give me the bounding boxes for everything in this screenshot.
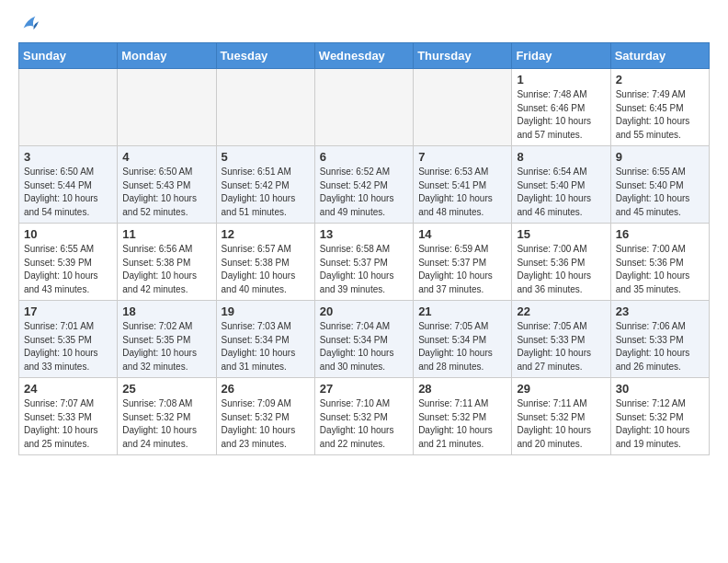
day-number: 13 (320, 227, 408, 241)
day-number: 19 (222, 304, 310, 318)
day-number: 26 (222, 382, 310, 396)
calendar-cell: 29Sunrise: 7:11 AM Sunset: 5:32 PM Dayli… (512, 378, 610, 455)
day-info: Sunrise: 7:11 AM Sunset: 5:32 PM Dayligh… (418, 397, 506, 451)
day-info: Sunrise: 6:58 AM Sunset: 5:37 PM Dayligh… (320, 243, 408, 296)
calendar-cell: 11Sunrise: 6:56 AM Sunset: 5:38 PM Dayli… (118, 224, 216, 301)
calendar-cell: 25Sunrise: 7:08 AM Sunset: 5:32 PM Dayli… (118, 378, 216, 455)
day-info: Sunrise: 6:56 AM Sunset: 5:38 PM Dayligh… (122, 243, 210, 296)
day-info: Sunrise: 7:10 AM Sunset: 5:32 PM Dayligh… (320, 397, 408, 451)
day-info: Sunrise: 7:00 AM Sunset: 5:36 PM Dayligh… (616, 243, 704, 296)
calendar-cell: 13Sunrise: 6:58 AM Sunset: 5:37 PM Dayli… (314, 224, 413, 301)
calendar-cell: 3Sunrise: 6:50 AM Sunset: 5:44 PM Daylig… (19, 146, 118, 224)
day-number: 12 (222, 227, 310, 241)
calendar-cell: 21Sunrise: 7:05 AM Sunset: 5:34 PM Dayli… (414, 301, 512, 378)
day-number: 2 (616, 73, 704, 86)
calendar-cell: 18Sunrise: 7:02 AM Sunset: 5:35 PM Dayli… (118, 301, 216, 378)
calendar-cell (414, 69, 512, 146)
weekday-header-thursday: Thursday (414, 43, 512, 69)
day-info: Sunrise: 7:11 AM Sunset: 5:32 PM Dayligh… (517, 397, 605, 451)
day-number: 4 (122, 150, 210, 164)
day-info: Sunrise: 7:02 AM Sunset: 5:35 PM Dayligh… (122, 320, 210, 373)
day-info: Sunrise: 7:05 AM Sunset: 5:34 PM Dayligh… (418, 320, 506, 373)
day-info: Sunrise: 7:12 AM Sunset: 5:32 PM Dayligh… (616, 397, 704, 451)
day-info: Sunrise: 6:51 AM Sunset: 5:42 PM Dayligh… (222, 166, 310, 219)
day-number: 16 (616, 227, 704, 241)
day-number: 20 (320, 304, 408, 318)
day-number: 7 (418, 150, 506, 164)
calendar-cell: 22Sunrise: 7:05 AM Sunset: 5:33 PM Dayli… (512, 301, 610, 378)
page: SundayMondayTuesdayWednesdayThursdayFrid… (0, 0, 728, 465)
logo-bird-icon (20, 13, 39, 33)
day-number: 18 (122, 304, 210, 318)
calendar-cell (118, 69, 216, 146)
day-info: Sunrise: 7:01 AM Sunset: 5:35 PM Dayligh… (24, 320, 112, 373)
weekday-header-monday: Monday (118, 43, 216, 69)
calendar-week-5: 24Sunrise: 7:07 AM Sunset: 5:33 PM Dayli… (19, 378, 710, 455)
day-number: 6 (320, 150, 408, 164)
day-info: Sunrise: 6:57 AM Sunset: 5:38 PM Dayligh… (222, 243, 310, 296)
day-number: 17 (24, 304, 112, 318)
day-info: Sunrise: 6:52 AM Sunset: 5:42 PM Dayligh… (320, 166, 408, 219)
day-info: Sunrise: 6:55 AM Sunset: 5:40 PM Dayligh… (616, 166, 704, 219)
day-info: Sunrise: 6:50 AM Sunset: 5:43 PM Dayligh… (122, 166, 210, 219)
calendar-cell: 26Sunrise: 7:09 AM Sunset: 5:32 PM Dayli… (216, 378, 314, 455)
day-number: 27 (320, 382, 408, 396)
calendar-cell (216, 69, 314, 146)
day-info: Sunrise: 6:59 AM Sunset: 5:37 PM Dayligh… (418, 243, 506, 296)
calendar-cell: 12Sunrise: 6:57 AM Sunset: 5:38 PM Dayli… (216, 224, 314, 301)
day-info: Sunrise: 7:08 AM Sunset: 5:32 PM Dayligh… (122, 397, 210, 451)
calendar-cell (19, 69, 118, 146)
calendar-cell: 6Sunrise: 6:52 AM Sunset: 5:42 PM Daylig… (314, 146, 413, 224)
day-info: Sunrise: 6:53 AM Sunset: 5:41 PM Dayligh… (418, 166, 506, 219)
day-number: 3 (24, 150, 112, 164)
calendar-cell: 17Sunrise: 7:01 AM Sunset: 5:35 PM Dayli… (19, 301, 118, 378)
calendar-cell: 2Sunrise: 7:49 AM Sunset: 6:45 PM Daylig… (610, 69, 709, 146)
weekday-header-sunday: Sunday (19, 43, 118, 69)
calendar-cell (314, 69, 413, 146)
day-number: 5 (222, 150, 310, 164)
day-number: 11 (122, 227, 210, 241)
weekday-header-friday: Friday (512, 43, 610, 69)
day-number: 24 (24, 382, 112, 396)
day-info: Sunrise: 7:48 AM Sunset: 6:46 PM Dayligh… (517, 88, 605, 142)
calendar-cell: 19Sunrise: 7:03 AM Sunset: 5:34 PM Dayli… (216, 301, 314, 378)
day-number: 28 (418, 382, 506, 396)
day-number: 30 (616, 382, 704, 396)
day-number: 15 (517, 227, 605, 241)
day-number: 22 (517, 304, 605, 318)
day-number: 25 (122, 382, 210, 396)
day-number: 14 (418, 227, 506, 241)
day-number: 23 (616, 304, 704, 318)
day-number: 8 (517, 150, 605, 164)
weekday-header-saturday: Saturday (610, 43, 709, 69)
day-info: Sunrise: 7:49 AM Sunset: 6:45 PM Dayligh… (616, 88, 704, 142)
day-info: Sunrise: 7:06 AM Sunset: 5:33 PM Dayligh… (616, 320, 704, 373)
calendar-cell: 27Sunrise: 7:10 AM Sunset: 5:32 PM Dayli… (314, 378, 413, 455)
day-number: 10 (24, 227, 112, 241)
calendar-cell: 30Sunrise: 7:12 AM Sunset: 5:32 PM Dayli… (610, 378, 709, 455)
calendar-week-1: 1Sunrise: 7:48 AM Sunset: 6:46 PM Daylig… (19, 69, 710, 146)
calendar-cell: 4Sunrise: 6:50 AM Sunset: 5:43 PM Daylig… (118, 146, 216, 224)
header (18, 15, 710, 33)
calendar-cell: 1Sunrise: 7:48 AM Sunset: 6:46 PM Daylig… (512, 69, 610, 146)
day-info: Sunrise: 7:07 AM Sunset: 5:33 PM Dayligh… (24, 397, 112, 451)
day-info: Sunrise: 6:55 AM Sunset: 5:39 PM Dayligh… (24, 243, 112, 296)
logo (18, 15, 39, 33)
calendar-cell: 8Sunrise: 6:54 AM Sunset: 5:40 PM Daylig… (512, 146, 610, 224)
calendar-week-2: 3Sunrise: 6:50 AM Sunset: 5:44 PM Daylig… (19, 146, 710, 224)
day-number: 21 (418, 304, 506, 318)
calendar-cell: 24Sunrise: 7:07 AM Sunset: 5:33 PM Dayli… (19, 378, 118, 455)
calendar-cell: 9Sunrise: 6:55 AM Sunset: 5:40 PM Daylig… (610, 146, 709, 224)
calendar-cell: 23Sunrise: 7:06 AM Sunset: 5:33 PM Dayli… (610, 301, 709, 378)
day-info: Sunrise: 6:54 AM Sunset: 5:40 PM Dayligh… (517, 166, 605, 219)
calendar-cell: 10Sunrise: 6:55 AM Sunset: 5:39 PM Dayli… (19, 224, 118, 301)
calendar-cell: 20Sunrise: 7:04 AM Sunset: 5:34 PM Dayli… (314, 301, 413, 378)
weekday-header-wednesday: Wednesday (314, 43, 413, 69)
day-number: 29 (517, 382, 605, 396)
day-info: Sunrise: 7:03 AM Sunset: 5:34 PM Dayligh… (222, 320, 310, 373)
day-number: 9 (616, 150, 704, 164)
day-info: Sunrise: 7:04 AM Sunset: 5:34 PM Dayligh… (320, 320, 408, 373)
calendar-cell: 14Sunrise: 6:59 AM Sunset: 5:37 PM Dayli… (414, 224, 512, 301)
calendar-cell: 16Sunrise: 7:00 AM Sunset: 5:36 PM Dayli… (610, 224, 709, 301)
day-info: Sunrise: 7:05 AM Sunset: 5:33 PM Dayligh… (517, 320, 605, 373)
